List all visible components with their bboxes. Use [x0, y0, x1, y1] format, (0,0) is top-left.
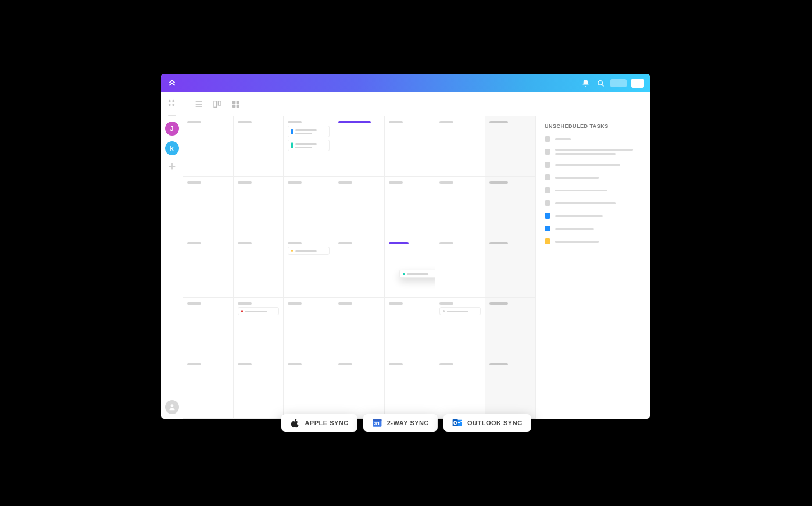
unscheduled-task[interactable]	[545, 187, 642, 193]
unscheduled-task[interactable]	[545, 136, 642, 142]
task-text-placeholder	[555, 190, 607, 191]
unscheduled-task[interactable]	[545, 200, 642, 206]
task-text-placeholder	[555, 153, 616, 155]
date-placeholder	[489, 242, 508, 244]
calendar-cell[interactable]	[435, 177, 486, 237]
calendar-cell[interactable]	[385, 116, 435, 177]
google-sync-label: 2-WAY SYNC	[387, 419, 429, 426]
calendar-cell[interactable]	[385, 298, 435, 358]
task-card[interactable]	[399, 270, 435, 278]
google-sync-pill[interactable]: 31 2-WAY SYNC	[363, 414, 438, 432]
svg-rect-13	[218, 101, 221, 105]
app-window: J k	[161, 74, 650, 419]
task-card-text-placeholder	[295, 250, 317, 252]
unscheduled-task[interactable]	[545, 149, 642, 155]
task-card[interactable]	[288, 247, 330, 255]
task-status-dot	[545, 162, 550, 168]
task-text-placeholder	[555, 215, 603, 217]
outlook-icon	[452, 418, 463, 428]
calendar-cell[interactable]	[234, 237, 284, 298]
calendar-cell[interactable]	[435, 298, 486, 358]
calendar-cell[interactable]	[485, 116, 536, 177]
svg-rect-17	[237, 105, 239, 108]
svg-rect-12	[214, 101, 217, 108]
calendar-cell[interactable]	[284, 298, 334, 358]
calendar-cell[interactable]	[183, 237, 234, 298]
list-view-icon[interactable]	[194, 99, 204, 109]
calendar-cell[interactable]	[485, 237, 536, 298]
calendar-cell[interactable]	[435, 237, 486, 298]
unscheduled-task[interactable]	[545, 238, 642, 244]
calendar-cell[interactable]	[485, 177, 536, 237]
calendar-cell[interactable]	[334, 298, 385, 358]
date-placeholder	[439, 363, 453, 365]
notifications-icon[interactable]	[580, 78, 591, 88]
calendar-cell[interactable]	[385, 237, 435, 298]
add-member-button[interactable]	[167, 161, 177, 172]
calendar-cell[interactable]	[183, 298, 234, 358]
calendar-cell[interactable]	[334, 116, 385, 177]
task-status-dot	[545, 238, 550, 244]
accent-bar	[338, 121, 371, 123]
titlebar-square[interactable]	[631, 79, 644, 88]
date-placeholder	[288, 181, 302, 184]
calendar-cell[interactable]	[284, 237, 334, 298]
user-profile-icon[interactable]	[165, 400, 179, 414]
calendar-cell[interactable]	[183, 116, 234, 177]
outlook-sync-pill[interactable]: OUTLOOK SYNC	[443, 414, 531, 432]
svg-rect-21	[453, 419, 458, 426]
date-placeholder	[288, 302, 302, 305]
calendar-cell[interactable]	[385, 358, 435, 419]
task-text-placeholder	[555, 164, 620, 166]
calendar-cell[interactable]	[284, 116, 334, 177]
date-placeholder	[238, 363, 252, 365]
calendar-cell[interactable]	[334, 237, 385, 298]
calendar-cell[interactable]	[284, 177, 334, 237]
calendar-cell[interactable]	[435, 358, 486, 419]
unscheduled-task[interactable]	[545, 174, 642, 180]
svg-point-8	[170, 404, 173, 407]
calendar-cell[interactable]	[234, 298, 284, 358]
calendar-cell[interactable]	[183, 177, 234, 237]
task-card[interactable]	[288, 140, 330, 151]
unscheduled-task[interactable]	[545, 213, 642, 219]
task-card-text-placeholder	[245, 311, 267, 312]
calendar-cell[interactable]	[385, 177, 435, 237]
box-view-icon[interactable]	[231, 99, 241, 109]
task-card-text-placeholder	[295, 133, 312, 134]
calendar-cell[interactable]	[234, 116, 284, 177]
task-card-text-placeholder	[295, 143, 317, 145]
apple-sync-pill[interactable]: APPLE SYNC	[281, 414, 357, 432]
unscheduled-task[interactable]	[545, 226, 642, 231]
accent-bar	[389, 242, 409, 244]
apple-icon	[289, 418, 300, 428]
date-placeholder	[489, 181, 508, 184]
calendar-cell[interactable]	[485, 358, 536, 419]
date-placeholder	[389, 181, 403, 184]
member-avatar[interactable]: J	[165, 122, 179, 136]
task-card[interactable]	[288, 126, 330, 137]
calendar-cell[interactable]	[183, 358, 234, 419]
calendar-cell[interactable]	[234, 358, 284, 419]
calendar-cell[interactable]	[334, 177, 385, 237]
apps-grid-icon[interactable]	[167, 98, 177, 109]
member-avatar[interactable]: k	[165, 141, 179, 155]
titlebar-pill[interactable]	[610, 79, 627, 87]
task-card-stripe	[403, 273, 405, 275]
search-icon[interactable]	[595, 78, 606, 88]
date-placeholder	[389, 121, 403, 123]
calendar-cell[interactable]	[234, 177, 284, 237]
calendar-cell[interactable]	[284, 358, 334, 419]
unscheduled-task[interactable]	[545, 162, 642, 168]
task-card[interactable]	[238, 307, 280, 315]
calendar-cell[interactable]	[485, 298, 536, 358]
calendar-cell[interactable]	[435, 116, 486, 177]
task-text-placeholder	[555, 149, 633, 151]
board-view-icon[interactable]	[212, 99, 223, 109]
titlebar	[161, 74, 650, 92]
date-placeholder	[489, 121, 508, 123]
calendar-grid[interactable]	[183, 116, 536, 419]
calendar-cell[interactable]	[334, 358, 385, 419]
svg-point-5	[172, 104, 174, 106]
task-card[interactable]	[439, 307, 481, 315]
